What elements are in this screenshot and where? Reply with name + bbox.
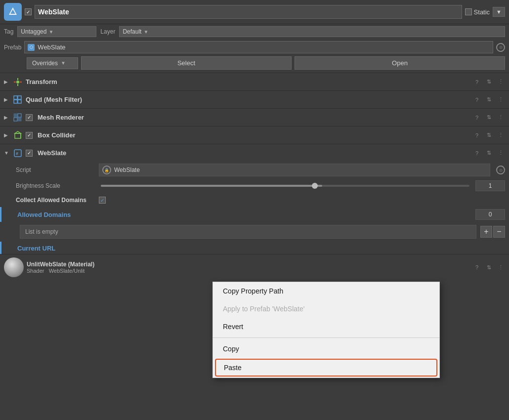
- box-collider-row: ▶ ✓ Box Collider ? ⇅ ⋮: [0, 126, 509, 144]
- transform-settings-icon[interactable]: ⇅: [484, 78, 493, 86]
- mesh-renderer-icon: [13, 113, 23, 123]
- inspector-panel: ✓ Static ▼ Tag Untagged ▼ Layer Default …: [0, 0, 509, 420]
- webslate-script-icon: #: [13, 148, 23, 158]
- script-lock-icon: 🔒: [102, 166, 111, 174]
- material-preview: [4, 257, 24, 277]
- list-remove-button[interactable]: −: [493, 226, 505, 238]
- script-property-value: 🔒 WebSlate: [99, 164, 490, 176]
- current-url-label: Current URL: [17, 245, 55, 252]
- brightness-slider-thumb[interactable]: [312, 183, 318, 189]
- mesh-renderer-expand-arrow[interactable]: ▶: [4, 115, 10, 120]
- transform-actions: ? ⇅ ⋮: [472, 78, 505, 86]
- webslate-component-actions: ? ⇅ ⋮: [472, 149, 505, 158]
- transform-component-row: ▶ Transform ? ⇅ ⋮: [0, 73, 509, 90]
- script-target-select-icon[interactable]: ◎: [496, 166, 505, 174]
- quad-menu-icon[interactable]: ⋮: [496, 95, 505, 104]
- material-info: UnlitWebSlate (Material) Shader WebSlate…: [27, 261, 469, 274]
- unity-logo: [4, 3, 22, 21]
- svg-rect-12: [18, 114, 21, 117]
- overrides-row: Overrides ▼ Select Open: [0, 55, 509, 73]
- box-collider-expand-arrow[interactable]: ▶: [4, 132, 10, 138]
- tag-dropdown[interactable]: Untagged ▼: [17, 26, 96, 37]
- static-checkbox-group: Static: [465, 8, 490, 16]
- brightness-slider-fill: [101, 185, 322, 187]
- mesh-renderer-menu-icon[interactable]: ⋮: [496, 113, 505, 122]
- list-add-button[interactable]: +: [480, 226, 492, 238]
- script-value-text: WebSlate: [114, 167, 140, 173]
- webslate-menu-icon[interactable]: ⋮: [496, 149, 505, 158]
- allowed-domains-row: Allowed Domains 0: [0, 207, 509, 222]
- layer-dropdown[interactable]: Default ▼: [119, 26, 505, 37]
- select-button[interactable]: Select: [81, 56, 292, 70]
- webslate-checkbox[interactable]: ✓: [26, 150, 33, 157]
- brightness-slider-track[interactable]: [101, 185, 469, 187]
- transform-icon: [13, 77, 23, 87]
- material-shader: Shader WebSlate/Unlit: [27, 268, 469, 274]
- svg-rect-10: [18, 100, 21, 103]
- material-actions: ? ⇅ ⋮: [472, 263, 505, 272]
- prefab-target-icon[interactable]: ◎: [496, 43, 505, 52]
- box-collider-checkbox[interactable]: ✓: [26, 132, 33, 139]
- prefab-icon: ⬡: [28, 44, 35, 51]
- collect-allowed-row: Collect Allowed Domains ✓: [0, 193, 509, 207]
- mesh-renderer-help-icon[interactable]: ?: [472, 113, 481, 122]
- mesh-renderer-row: ▶ ✓ Mesh Renderer ? ⇅ ⋮: [0, 108, 509, 126]
- transform-name: Transform: [26, 78, 469, 85]
- webslate-help-icon[interactable]: ?: [472, 149, 481, 158]
- object-name-input[interactable]: [35, 5, 462, 19]
- context-menu: Copy Property Path Apply to Prefab 'WebS…: [212, 282, 440, 378]
- mesh-renderer-settings-icon[interactable]: ⇅: [484, 113, 493, 122]
- transform-menu-icon[interactable]: ⋮: [496, 78, 505, 86]
- webslate-settings-icon[interactable]: ⇅: [484, 149, 493, 158]
- context-menu-paste[interactable]: Paste: [215, 359, 437, 377]
- box-collider-name: Box Collider: [38, 131, 469, 139]
- svg-text:#: #: [16, 151, 18, 156]
- transform-help-icon[interactable]: ?: [472, 78, 481, 86]
- svg-rect-15: [15, 133, 21, 138]
- quad-actions: ? ⇅ ⋮: [472, 95, 505, 104]
- quad-help-icon[interactable]: ?: [472, 95, 481, 104]
- material-menu-icon[interactable]: ⋮: [496, 263, 505, 272]
- material-settings-icon[interactable]: ⇅: [484, 263, 493, 272]
- box-collider-settings-icon[interactable]: ⇅: [484, 131, 493, 140]
- box-collider-actions: ? ⇅ ⋮: [472, 131, 505, 140]
- box-collider-menu-icon[interactable]: ⋮: [496, 131, 505, 140]
- overrides-arrow: ▼: [61, 60, 66, 66]
- collect-allowed-label: Collect Allowed Domains: [16, 197, 95, 204]
- object-active-checkbox[interactable]: ✓: [25, 8, 32, 15]
- svg-rect-7: [14, 96, 17, 99]
- context-menu-revert[interactable]: Revert: [213, 318, 439, 336]
- collect-allowed-checkbox[interactable]: ✓: [99, 197, 106, 204]
- context-menu-copy[interactable]: Copy: [213, 340, 439, 358]
- material-row: UnlitWebSlate (Material) Shader WebSlate…: [0, 254, 509, 280]
- list-add-remove-btns: + −: [480, 226, 505, 238]
- svg-rect-11: [14, 114, 17, 117]
- open-button[interactable]: Open: [295, 56, 505, 70]
- list-empty-box: List is empty: [20, 225, 476, 239]
- svg-rect-14: [18, 118, 21, 121]
- tag-layer-row: Tag Untagged ▼ Layer Default ▼: [0, 24, 509, 39]
- shader-label: Shader: [27, 268, 44, 274]
- svg-point-2: [16, 81, 19, 84]
- static-dropdown-arrow[interactable]: ▼: [493, 7, 505, 17]
- material-help-icon[interactable]: ?: [472, 263, 481, 272]
- static-box[interactable]: [465, 8, 472, 15]
- brightness-row: Brightness Scale 1: [0, 178, 509, 193]
- svg-marker-16: [15, 131, 21, 133]
- script-property-label: Script: [16, 167, 95, 173]
- svg-rect-13: [14, 118, 17, 121]
- context-menu-copy-property-path[interactable]: Copy Property Path: [213, 282, 439, 300]
- svg-rect-8: [18, 96, 21, 99]
- quad-settings-icon[interactable]: ⇅: [484, 95, 493, 104]
- box-collider-help-icon[interactable]: ?: [472, 131, 481, 140]
- mesh-filter-icon: [13, 95, 23, 105]
- webslate-expand-arrow[interactable]: ▼: [4, 150, 10, 156]
- allowed-domains-count: 0: [475, 209, 505, 220]
- quad-expand-arrow[interactable]: ▶: [4, 97, 10, 102]
- brightness-value[interactable]: 1: [475, 180, 505, 191]
- material-name: UnlitWebSlate (Material): [27, 261, 469, 268]
- mesh-renderer-checkbox[interactable]: ✓: [26, 114, 33, 121]
- transform-expand-arrow[interactable]: ▶: [4, 79, 10, 84]
- current-url-row: Current URL: [0, 242, 509, 254]
- overrides-dropdown[interactable]: Overrides ▼: [27, 57, 78, 69]
